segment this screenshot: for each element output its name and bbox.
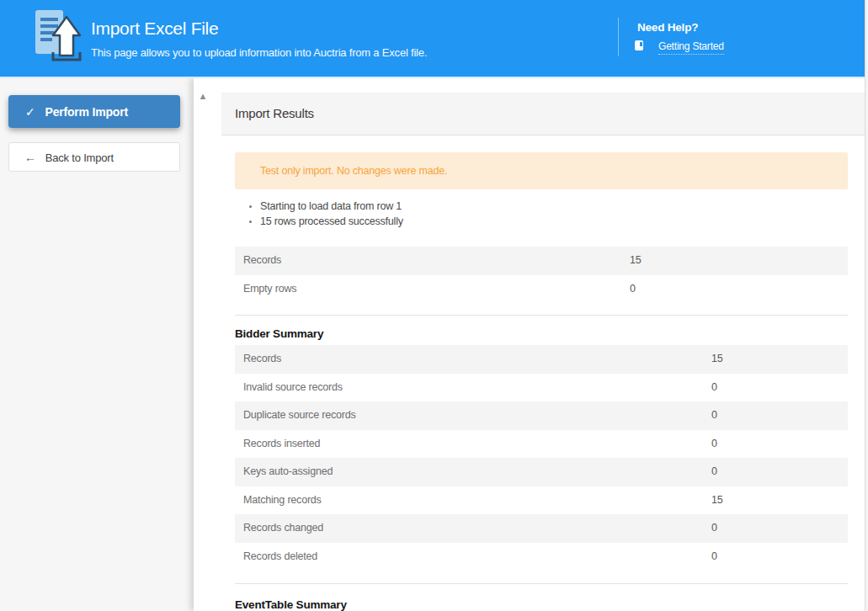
book-icon	[635, 40, 643, 50]
scroll-up-arrow-icon[interactable]: ▲	[196, 90, 210, 102]
table-row: Records 15	[235, 345, 848, 374]
row-value: 0	[711, 374, 717, 402]
row-label: Duplicate source records	[243, 401, 355, 430]
row-label: Records deleted	[243, 543, 317, 571]
row-value: 0	[711, 401, 717, 430]
bidder-summary-table: Records 15 Invalid source records 0 Dupl…	[235, 345, 848, 571]
row-value: 0	[711, 543, 717, 571]
table-row: Empty rows 0	[235, 275, 848, 304]
import-message: Starting to load data from row 1	[260, 199, 765, 215]
table-row: Keys auto-assigned 0	[235, 458, 848, 486]
row-label: Records inserted	[243, 430, 320, 459]
row-value: 15	[711, 345, 723, 374]
vertical-scrollbar[interactable]	[865, 0, 868, 611]
row-label: Empty rows	[243, 275, 296, 304]
getting-started-link[interactable]: Getting Started	[658, 40, 724, 55]
page-header: Import Excel File This page allows you t…	[0, 0, 868, 77]
results-panel-title: Import Results	[235, 93, 314, 135]
test-import-warning-banner: Test only import. No changes were made.	[235, 152, 848, 189]
page-title: Import Excel File	[91, 19, 218, 39]
row-value: 15	[711, 486, 723, 515]
back-to-import-label: Back to Import	[45, 151, 114, 164]
page-subtitle: This page allows you to upload informati…	[91, 46, 427, 59]
perform-import-button[interactable]: ✓Perform Import	[8, 95, 180, 128]
row-value: 0	[711, 514, 717, 543]
table-row: Records 15	[235, 247, 848, 275]
table-row: Records inserted 0	[235, 430, 848, 459]
import-excel-page: Import Excel File This page allows you t…	[0, 0, 868, 611]
row-label: Invalid source records	[243, 374, 343, 402]
excel-import-icon	[30, 7, 84, 66]
table-row: Records deleted 0	[235, 543, 848, 571]
table-row: Duplicate source records 0	[235, 401, 848, 430]
import-message: 15 rows processed successfully	[260, 215, 765, 230]
table-row: Invalid source records 0	[235, 374, 848, 402]
row-value: 15	[630, 247, 642, 275]
back-to-import-button[interactable]: ←Back to Import	[8, 142, 180, 172]
results-panel-header: Import Results	[221, 93, 865, 135]
row-value: 0	[630, 275, 636, 304]
overview-table: Records 15 Empty rows 0	[235, 247, 848, 303]
header-underline	[0, 77, 868, 78]
bidder-summary-title: Bidder Summary	[235, 327, 323, 340]
section-divider	[235, 315, 848, 316]
eventtable-summary-title: EventTable Summary	[235, 598, 347, 611]
table-row: Records changed 0	[235, 514, 848, 543]
warning-text: Test only import. No changes were made.	[260, 152, 447, 189]
row-value: 0	[711, 458, 717, 486]
back-arrow-icon: ←	[24, 151, 36, 164]
row-label: Records	[243, 345, 281, 374]
row-value: 0	[711, 430, 717, 459]
table-row: Matching records 15	[235, 486, 848, 515]
section-divider	[235, 583, 848, 584]
row-label: Records changed	[243, 514, 323, 543]
check-icon: ✓	[25, 105, 35, 119]
row-label: Keys auto-assigned	[243, 458, 333, 486]
perform-import-label: Perform Import	[45, 105, 128, 119]
import-message-list: Starting to load data from row 1 15 rows…	[235, 199, 765, 229]
row-label: Records	[243, 247, 281, 275]
row-label: Matching records	[243, 486, 322, 515]
header-divider	[618, 18, 619, 56]
need-help-label: Need Help?	[637, 21, 698, 34]
